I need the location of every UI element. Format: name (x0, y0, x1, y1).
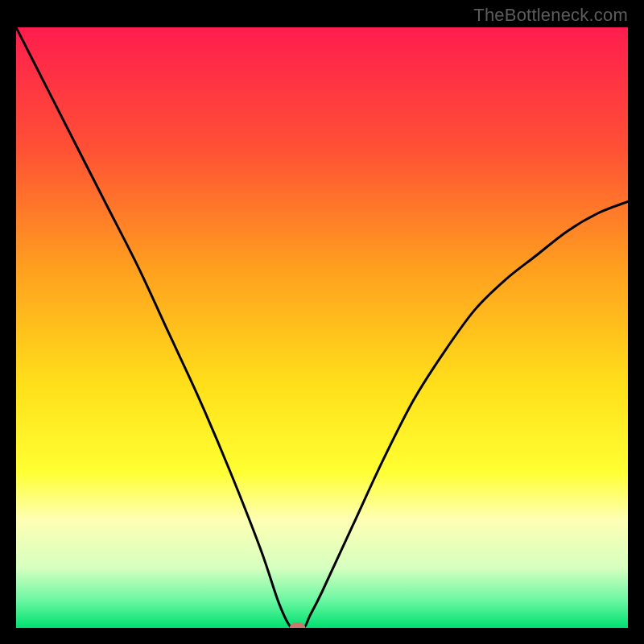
chart-frame (16, 27, 628, 628)
gradient-background (16, 27, 628, 628)
watermark-text: TheBottleneck.com (473, 5, 628, 26)
bottleneck-chart (16, 27, 628, 628)
